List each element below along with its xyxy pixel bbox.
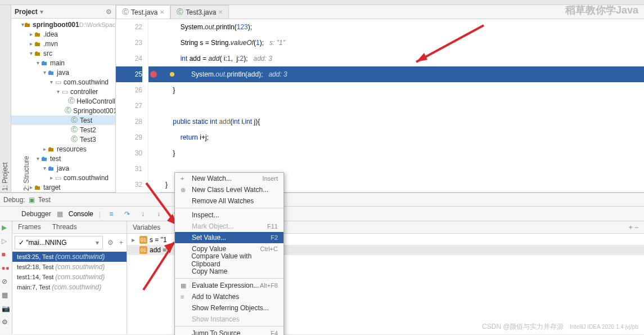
rerun-icon[interactable]: ▶ <box>2 224 11 233</box>
context-menu[interactable]: +New Watch...Insert⊕New Class Level Watc… <box>174 172 284 335</box>
filter-icon[interactable]: ⚙ <box>105 239 116 247</box>
threads-tab[interactable]: Threads <box>47 221 83 233</box>
watermark-top: 稻草教你学Java <box>565 3 638 17</box>
code-line[interactable]: return i+j; <box>160 129 644 145</box>
camera-icon[interactable]: 📷 <box>2 305 11 314</box>
step-into-icon[interactable]: ↓ <box>138 209 148 219</box>
menu-item[interactable]: Jump To SourceF4 <box>175 328 283 335</box>
menu-item[interactable]: Compare Value with Clipboard <box>175 254 283 266</box>
add-watch-icon[interactable]: + − <box>629 224 638 231</box>
menu-item[interactable]: ▦Evaluate Expression...Alt+F8 <box>175 280 283 291</box>
code-line[interactable]: public static int add(int i,int j){ <box>160 114 644 129</box>
debug-toolbar: Debugger ▦Console | ≡ ↷ ↓ ↓ ↑ <box>0 207 644 221</box>
code-line[interactable] <box>160 98 644 114</box>
menu-item[interactable]: +New Watch...Insert <box>175 173 283 184</box>
menu-item: Show Instances <box>175 314 283 325</box>
code-line[interactable]: int add = add( i:1, j:2); add: 3 <box>160 51 644 66</box>
watermark-bottom: CSDN @颜值与实力并存源 IntelliJ IDEA 2020.1.4 jv… <box>482 322 638 332</box>
menu-item[interactable]: Remove All Watches <box>175 195 283 207</box>
gear-icon[interactable]: ⚙ <box>106 8 112 16</box>
code-line[interactable]: System.out.println(123); <box>160 19 644 35</box>
add-icon[interactable]: + <box>116 239 127 247</box>
console-tab[interactable]: Console <box>69 210 93 218</box>
stack-frame[interactable]: test1:14, Test (com.southwind) <box>12 272 127 282</box>
stack-frame[interactable]: main:7, Test (com.southwind) <box>12 282 127 292</box>
debugger-tab[interactable]: Debugger <box>21 210 51 218</box>
code-line[interactable]: String s = String.valueOf(1); s: "1" <box>160 35 644 51</box>
menu-item[interactable]: ≡Add to Watches <box>175 291 283 302</box>
structure-tool-tab[interactable]: 2: Structure <box>21 7 31 192</box>
editor: ⒸTest.java✕ⒸTest3.java✕ 2223242526272829… <box>116 5 644 192</box>
resume-icon[interactable]: ▷ <box>2 237 11 246</box>
menu-item[interactable]: Inspect... <box>175 209 283 221</box>
menu-item[interactable]: Show Referring Objects... <box>175 302 283 314</box>
frames-panel: Frames Threads ✓ "mai...NNING▾ ⚙ + test3… <box>12 221 127 334</box>
close-icon[interactable]: ✕ <box>160 9 164 15</box>
step-icon[interactable]: ≡ <box>106 209 116 219</box>
code-line[interactable]: } <box>160 82 644 98</box>
left-tool-strip[interactable]: 1: Project 2: Structure <box>0 5 11 192</box>
stack-frame[interactable]: test2:18, Test (com.southwind) <box>12 262 127 272</box>
close-icon[interactable]: ✕ <box>218 9 223 15</box>
mute-icon[interactable]: ⊘ <box>2 278 11 287</box>
menu-item: Mark Object...F11 <box>175 221 283 232</box>
debug-panel: Debug: ▣ Test Debugger ▦Console | ≡ ↷ ↓ … <box>0 192 644 334</box>
editor-tab[interactable]: ⒸTest.java✕ <box>116 5 170 19</box>
frames-tab[interactable]: Frames <box>12 221 47 233</box>
debug-side-toolbar[interactable]: ▶ ▷ ■ ●● ⊘ ▦ 📷 ⚙ <box>0 221 12 334</box>
layout-icon[interactable]: ▦ <box>2 291 11 300</box>
debug-title: Debug: <box>3 196 25 204</box>
breakpoints-icon[interactable]: ●● <box>2 264 11 273</box>
stop-icon[interactable]: ■ <box>2 251 11 260</box>
project-tool-tab[interactable]: 1: Project <box>0 7 10 192</box>
settings-icon[interactable]: ⚙ <box>2 318 11 327</box>
breakpoint-icon[interactable] <box>150 71 157 78</box>
menu-item[interactable]: Set Value...F2 <box>175 232 283 243</box>
thread-selector[interactable]: ✓ "mai...NNING▾ <box>15 236 103 249</box>
code-area[interactable]: 2223242526272829303132 System.out.printl… <box>116 19 644 193</box>
code-line[interactable]: } <box>160 145 644 161</box>
code-line[interactable]: System.out.println(add); add: 3 <box>160 66 644 82</box>
variables-title: Variables <box>133 224 160 231</box>
stack-frame[interactable]: test3:25, Test (com.southwind) <box>12 252 127 262</box>
editor-tab[interactable]: ⒸTest3.java✕ <box>170 5 229 19</box>
menu-item[interactable]: ⊕New Class Level Watch... <box>175 184 283 195</box>
step-over-icon[interactable]: ↷ <box>122 209 132 219</box>
debug-config[interactable]: Test <box>38 196 51 204</box>
force-step-icon[interactable]: ↓ <box>154 209 164 219</box>
